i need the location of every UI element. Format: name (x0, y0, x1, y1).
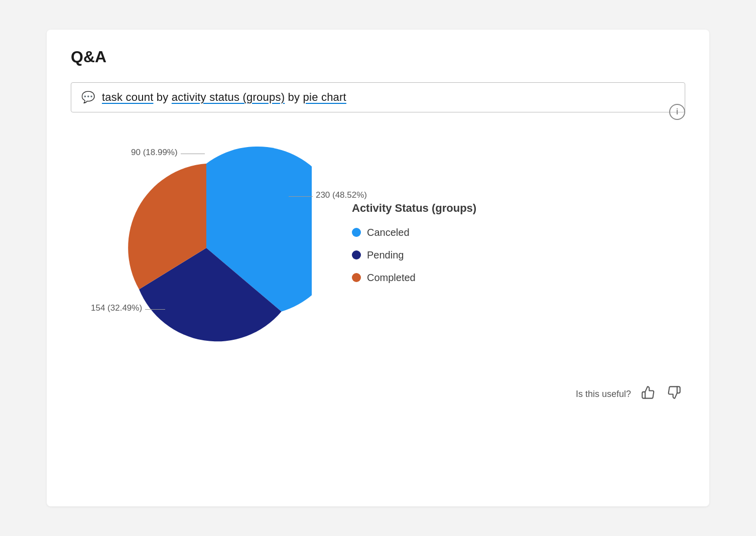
legend-dot-canceled (352, 228, 361, 237)
search-query: task count by activity status (groups) b… (102, 91, 346, 104)
chat-icon: 💬 (81, 91, 95, 104)
legend-label-completed: Completed (367, 272, 416, 284)
legend-dot-pending (352, 250, 361, 259)
search-bar[interactable]: 💬 task count by activity status (groups)… (71, 82, 685, 112)
thumbs-up-button[interactable] (639, 383, 657, 405)
useful-row: Is this useful? (71, 383, 685, 405)
label-completed: 90 (18.99%) (131, 148, 178, 158)
legend-title: Activity Status (groups) (352, 202, 685, 215)
card: Q&A 💬 task count by activity status (gro… (47, 30, 709, 506)
legend-label-canceled: Canceled (367, 227, 410, 238)
legend-item-canceled: Canceled (352, 227, 685, 238)
legend: Activity Status (groups) Canceled Pendin… (352, 202, 685, 295)
label-canceled: 230 (48.52%) (316, 190, 367, 200)
query-connector-1: by (157, 91, 172, 103)
legend-item-completed: Completed (352, 272, 685, 284)
pie-svg (101, 143, 312, 353)
info-icon[interactable]: i (669, 104, 685, 120)
query-part-1: task count (102, 91, 153, 103)
label-pending: 154 (32.49%) (91, 303, 142, 313)
legend-item-pending: Pending (352, 249, 685, 261)
useful-question: Is this useful? (576, 389, 631, 399)
query-part-3: pie chart (303, 91, 346, 103)
pie-chart-container: 90 (18.99%) 230 (48.52%) 154 (32.49%) (101, 143, 312, 353)
page-title: Q&A (71, 48, 685, 66)
query-connector-2: by (288, 91, 303, 103)
thumbs-down-button[interactable] (665, 383, 683, 405)
legend-label-pending: Pending (367, 249, 404, 261)
chart-area: 90 (18.99%) 230 (48.52%) 154 (32.49%) (71, 132, 685, 373)
legend-dot-completed (352, 273, 361, 282)
query-part-2: activity status (groups) (172, 91, 285, 103)
